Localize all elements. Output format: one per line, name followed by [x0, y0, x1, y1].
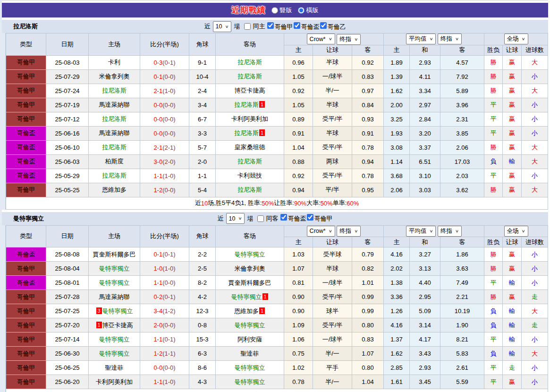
handicap-result-cell: 赢	[503, 84, 522, 98]
chevron-down-icon: ∨	[455, 229, 459, 233]
scope-select[interactable]: 全场∨	[504, 226, 528, 237]
league-checkbox[interactable]	[320, 22, 327, 29]
avg-draw-cell: 4.11	[410, 69, 440, 84]
avg-away-cell: 1.86	[440, 247, 484, 262]
avg-away-cell: 3.63	[440, 262, 484, 276]
corner-cell: 15-3	[189, 332, 216, 347]
odds-home-cell: 0.88	[284, 154, 313, 169]
date-cell: 25-06-03	[46, 154, 89, 169]
odds-final-select[interactable]: 终指∨	[337, 34, 361, 45]
odds-away-cell: 0.99	[352, 290, 384, 304]
odds-handicap-cell: 半/一	[313, 347, 352, 361]
team-link: 拉尼洛斯	[237, 158, 262, 165]
result-cell: 平	[484, 375, 503, 389]
halftime-score: (1-1)	[162, 350, 175, 357]
league-badge: 哥倫甲	[6, 304, 46, 318]
record-summary: 近10场,胜5平4负1, 胜率:50% 让胜率:90% 大率:50% 单率:60…	[6, 197, 548, 210]
corner-cell: 10-4	[189, 69, 216, 84]
corner-cell: 2-0	[189, 154, 216, 169]
fulltime-score: 3-0	[153, 158, 162, 165]
avg-away-cell: 3.62	[440, 183, 484, 197]
fulltime-score: 0-3	[153, 59, 162, 66]
corner-cell: 4-2	[189, 290, 216, 304]
avg-home-cell: 1.62	[384, 347, 410, 361]
avg-draw-cell: 3.03	[410, 183, 440, 197]
table-row: 哥倫甲25-07-29米倫拿列奧0-1(0-0)10-4拉尼洛斯1.05一/球半…	[6, 69, 548, 84]
team-cell: 曼特寧獨立	[89, 332, 140, 347]
view-mode-horizontal[interactable]: 橫版	[298, 6, 319, 15]
league-badge: 哥倫盃	[6, 276, 46, 290]
halftime-score: (0-1)	[162, 336, 175, 343]
league-badge: 哥倫甲	[6, 347, 46, 361]
same-venue-checkbox[interactable]	[244, 23, 251, 30]
score-cell: 2-0(0-0)	[140, 318, 189, 332]
league-checkbox[interactable]	[267, 22, 274, 29]
score-cell: 1-2(1-1)	[140, 347, 189, 361]
league-checkbox[interactable]	[280, 214, 287, 221]
team-link: 柏斯度	[105, 158, 124, 165]
team-name: 拉尼洛斯	[13, 22, 38, 31]
team-cell: 曼特寧獨立	[89, 276, 140, 290]
league-badge: 哥倫甲	[6, 98, 46, 112]
vertical-radio[interactable]	[271, 7, 278, 14]
avg-select[interactable]: 平均值∨	[406, 34, 436, 44]
odds-away-cell: 0.83	[352, 332, 384, 347]
avg-select[interactable]: 平均值∨	[406, 226, 436, 237]
goals-result-cell: 小	[522, 361, 548, 375]
score-cell: 0-1(0-0)	[140, 69, 189, 84]
odds-handicap-cell: 一/球半	[313, 69, 352, 84]
scope-select[interactable]: 全场∨	[504, 34, 528, 44]
red-card-badge: 1	[259, 129, 265, 136]
date-cell: 25-05-25	[46, 183, 89, 197]
team-section: 曼特寧獨立 近 10∨ 場 同客 哥倫盃哥倫甲 类型 日期 主场	[2, 212, 548, 392]
team-link: 聖達菲	[105, 364, 124, 371]
match-count-select[interactable]: 10∨	[226, 213, 245, 224]
odds-company-select[interactable]: Crow*∨	[307, 226, 335, 237]
handicap-result-cell: 赢	[503, 169, 522, 183]
league-checkbox-label: 哥倫乙	[327, 23, 346, 30]
league-checkbox[interactable]	[294, 22, 300, 29]
red-card-badge: 1	[259, 307, 265, 314]
odds-home-cell: 1.02	[284, 361, 313, 375]
corner-cell: 1-1	[189, 169, 216, 183]
match-filter: 近 10∨ 場 同主 哥倫甲哥倫盃哥倫乙	[204, 21, 346, 32]
halftime-score: (0-0)	[162, 322, 175, 329]
odds-company-select[interactable]: Crow*∨	[307, 34, 335, 44]
view-mode-vertical[interactable]: 豎版	[271, 6, 292, 15]
league-checkbox[interactable]	[307, 214, 313, 221]
avg-final-select[interactable]: 终指∨	[438, 34, 462, 44]
table-row: 哥倫盃25-08-08賈奎斯科爾多巴0-1(0-1)2-2曼特寧獨立1.03受半…	[6, 247, 548, 262]
odds-home-cell: 0.92	[284, 84, 313, 98]
odds-away-cell: 1.07	[352, 347, 384, 361]
odds-handicap-cell: 一/球半	[313, 276, 352, 290]
odds-away-cell: 0.99	[352, 304, 384, 318]
avg-draw-cell: 3.13	[410, 262, 440, 276]
team-cell: 卡利阿美利加	[89, 375, 140, 389]
results-table: 类型 日期 主场 比分(半场) 角球 客场 Crow*∨ 终指∨ 平均值∨ 终指…	[6, 33, 548, 197]
match-count-select[interactable]: 10∨	[213, 21, 232, 32]
col-score: 比分(半场)	[140, 34, 189, 56]
goals-result-cell: 大	[522, 84, 548, 98]
avg-final-select[interactable]: 终指∨	[438, 226, 462, 237]
horizontal-radio[interactable]	[298, 7, 305, 14]
halftime-score: (0-0)	[162, 73, 175, 80]
same-venue-checkbox[interactable]	[257, 215, 264, 222]
goals-result-cell: 大	[522, 183, 548, 197]
team-cell: 聖達菲	[89, 361, 140, 375]
score-cell: 2-1(2-1)	[140, 140, 189, 154]
odds-final-select[interactable]: 终指∨	[337, 226, 361, 237]
fulltime-score: 2-1	[153, 144, 162, 151]
col-odds-handicap: 让球	[313, 237, 352, 247]
team-cell: 馬達萊納聯	[89, 98, 140, 112]
team-link: 曼特寧獨立	[231, 293, 262, 300]
league-checkbox-label: 哥倫盃	[301, 23, 319, 30]
team-cell: 拉尼洛斯	[216, 55, 284, 69]
halftime-score: (0-0)	[162, 116, 175, 123]
score-cell: 0-0(0-0)	[140, 98, 189, 112]
page-title: 近期戰績	[232, 5, 266, 16]
col-avg-home: 主	[384, 45, 410, 55]
handicap-result-cell: 輸	[503, 332, 522, 347]
odds-away-cell: 1.04	[352, 375, 384, 389]
goals-result-cell: 小	[522, 247, 548, 262]
handicap-result-cell: 赢	[503, 69, 522, 84]
